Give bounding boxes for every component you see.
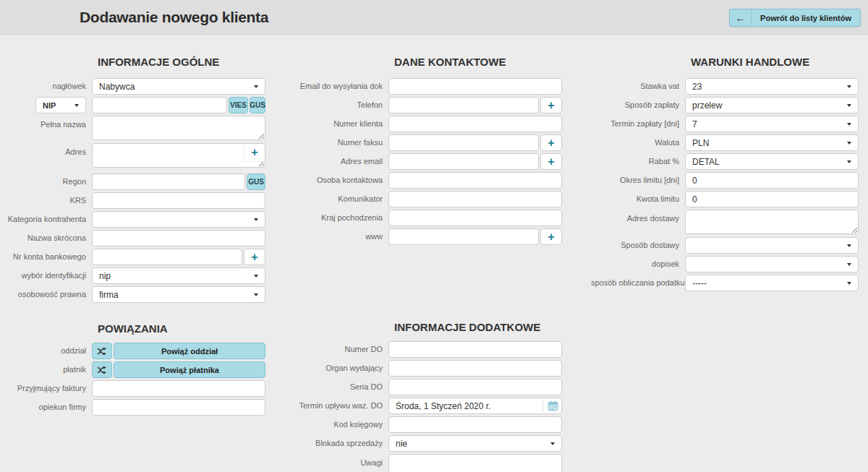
osobowosc-prawna-value: firma — [99, 290, 250, 300]
row-przyjmujacy-faktury: Przyjmujący faktury — [0, 380, 271, 397]
nr-konta-input[interactable] — [92, 249, 242, 265]
sposob-zaplaty-select[interactable]: przelew — [685, 97, 859, 113]
rabat-label: Rabat % — [591, 153, 685, 170]
kod-ksiegowy-input[interactable] — [388, 416, 562, 433]
kwota-limitu-input[interactable] — [685, 191, 859, 207]
naglowek-select[interactable]: Nabywca — [92, 78, 265, 95]
regon-gus-button[interactable]: GUS — [247, 173, 265, 190]
add-telefon-button[interactable]: + — [540, 97, 562, 113]
row-nazwa-skrocona: Nazwa skrócona — [0, 230, 271, 246]
add-www-button[interactable]: + — [540, 228, 562, 245]
platnik-label: płatnik — [0, 361, 92, 378]
add-adres-button[interactable]: + — [244, 144, 265, 162]
numer-do-input[interactable] — [388, 341, 562, 358]
powiaz-oddzial-button[interactable]: Powiąż oddział — [114, 343, 265, 359]
waluta-label: Waluta — [591, 134, 685, 151]
rabat-select[interactable]: DETAL — [685, 153, 859, 170]
wybor-identyfikacji-select[interactable]: nip — [92, 267, 265, 284]
calendar-icon[interactable] — [548, 400, 558, 411]
link-platnik-icon-button[interactable] — [92, 361, 112, 378]
chevron-down-icon — [847, 142, 851, 145]
blokada-sprzedazy-select[interactable]: nie — [388, 435, 562, 452]
adres-textarea[interactable] — [92, 143, 265, 168]
row-kategoria: Kategoria kontrahenta — [0, 211, 271, 228]
www-input[interactable] — [388, 228, 539, 245]
row-adres: Adres + — [0, 143, 271, 171]
numer-faksu-input[interactable] — [388, 134, 539, 151]
sposob-dostawy-select[interactable] — [685, 237, 859, 254]
row-kraj-pochodzenia: Kraj pochodzenia — [294, 210, 568, 226]
regon-input[interactable] — [92, 173, 245, 190]
adres-dostawy-textarea[interactable] — [685, 210, 859, 234]
row-sposob-dostawy: Sposób dostawy — [591, 237, 864, 254]
nip-input[interactable] — [92, 97, 227, 113]
chevron-down-icon — [254, 275, 258, 278]
adres-label: Adres — [0, 143, 92, 171]
sposob-obliczania-podatku-select[interactable]: ----- — [685, 275, 859, 291]
gus-button[interactable]: GUS — [250, 97, 265, 113]
uwagi-textarea[interactable] — [388, 454, 562, 472]
chevron-down-icon — [847, 160, 851, 163]
kwota-limitu-label: Kwota limitu — [591, 191, 685, 207]
termin-uplywu-date-input[interactable] — [388, 398, 562, 414]
numer-klienta-input[interactable] — [388, 116, 562, 132]
shuffle-icon — [97, 347, 107, 356]
row-numer-do: Numer DO — [294, 341, 568, 358]
chevron-down-icon — [847, 263, 851, 266]
adres-email-label: Adres email — [294, 153, 388, 170]
dopisek-select[interactable] — [685, 256, 859, 273]
chevron-down-icon — [847, 85, 851, 88]
kraj-pochodzenia-input[interactable] — [388, 210, 562, 226]
osoba-kontaktowa-input[interactable] — [388, 172, 562, 189]
row-okres-limitu: Okres limitu [dni] — [591, 172, 864, 189]
stawka-vat-select[interactable]: 23 — [685, 78, 859, 95]
section-title-kontakt: DANE KONTAKTOWE — [294, 56, 568, 67]
row-krs: KRS — [0, 192, 271, 209]
row-email-dok: Email do wysyłania dok — [294, 78, 568, 95]
row-osoba-kontaktowa: Osoba kontaktowa — [294, 172, 568, 189]
chevron-down-icon — [847, 123, 851, 126]
add-konto-button[interactable]: + — [244, 249, 265, 265]
back-to-client-list-button[interactable]: ← Powrót do listy klientów — [729, 9, 861, 27]
opiekun-firmy-label: opiekun firmy — [0, 399, 92, 416]
powiaz-platnika-button[interactable]: Powiąż płatnika — [114, 361, 265, 378]
nr-konta-label: Nr konta bankowego — [0, 249, 92, 265]
wybor-identyfikacji-label: wybór identyfikacji — [0, 267, 92, 284]
row-nip: NIP VIES GUS — [0, 97, 271, 113]
opiekun-firmy-input[interactable] — [92, 399, 265, 416]
okres-limitu-input[interactable] — [685, 172, 859, 189]
okres-limitu-label: Okres limitu [dni] — [591, 172, 685, 189]
row-www: www + — [294, 228, 568, 245]
nazwa-skrocona-input[interactable] — [92, 230, 265, 246]
waluta-value: PLN — [692, 138, 843, 148]
seria-do-input[interactable] — [388, 379, 562, 395]
organ-wydajacy-input[interactable] — [388, 360, 562, 377]
przyjmujacy-faktury-input[interactable] — [92, 380, 265, 397]
termin-zaplaty-select[interactable]: 7 — [685, 116, 859, 132]
nip-type-select[interactable]: NIP — [35, 97, 86, 113]
krs-input[interactable] — [92, 192, 265, 209]
telefon-input[interactable] — [388, 97, 539, 113]
link-oddzial-icon-button[interactable] — [92, 343, 112, 359]
row-pelna-nazwa: Pełna nazwa — [0, 116, 271, 140]
email-dok-input[interactable] — [388, 78, 562, 95]
kategoria-select[interactable] — [92, 211, 265, 228]
komunikator-input[interactable] — [388, 191, 562, 207]
pelna-nazwa-textarea[interactable] — [92, 116, 265, 140]
column-kontakt: DANE KONTAKTOWE Email do wysyłania dok T… — [294, 35, 568, 472]
naglowek-label: nagłówek — [0, 78, 92, 95]
chevron-down-icon — [550, 442, 555, 445]
add-email-button[interactable]: + — [540, 153, 562, 170]
row-platnik: płatnik Powiąż płatnika — [0, 361, 271, 378]
sposob-zaplaty-value: przelew — [692, 100, 843, 111]
vies-button[interactable]: VIES — [229, 97, 248, 113]
termin-zaplaty-label: Termin zapłaty [dni] — [591, 116, 685, 132]
row-organ-wydajacy: Organ wydający — [294, 360, 568, 377]
back-arrow-icon: ← — [730, 9, 752, 26]
numer-do-label: Numer DO — [294, 341, 388, 358]
plus-icon: + — [548, 137, 554, 149]
waluta-select[interactable]: PLN — [685, 134, 859, 151]
adres-email-input[interactable] — [388, 153, 539, 170]
osobowosc-prawna-select[interactable]: firma — [92, 286, 265, 303]
add-faks-button[interactable]: + — [540, 134, 562, 151]
